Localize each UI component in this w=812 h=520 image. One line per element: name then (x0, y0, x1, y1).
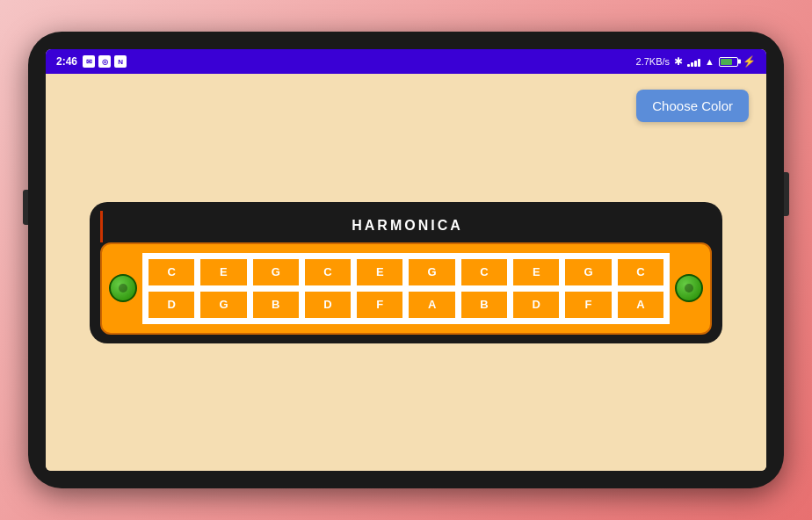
key-d2[interactable]: D (303, 290, 352, 320)
harmonica-keys-grid: C E G C E G C E G C D G B D (142, 253, 670, 324)
key-g1[interactable]: G (251, 257, 301, 287)
status-right: 2.7KB/s ✱ ▲ ⚡ (636, 55, 756, 68)
main-content: Choose Color HARMONICA C E G C E G (46, 74, 766, 471)
lightning-icon: ⚡ (743, 55, 756, 68)
left-knob (109, 274, 137, 302)
network-speed: 2.7KB/s (636, 56, 671, 67)
right-knob (675, 274, 703, 302)
power-button[interactable] (23, 190, 28, 225)
signal-bar-3 (694, 61, 697, 67)
key-c3[interactable]: C (460, 257, 509, 287)
status-time: 2:46 (56, 55, 77, 68)
mail-icon: ✉ (83, 55, 95, 68)
key-c2[interactable]: C (303, 257, 352, 287)
battery-indicator (719, 57, 738, 67)
instagram-icon: ◎ (98, 55, 111, 68)
key-c4[interactable]: C (616, 257, 665, 287)
wifi-icon: ▲ (705, 56, 714, 67)
status-bar: 2:46 ✉ ◎ N 2.7KB/s ✱ ▲ (46, 49, 766, 74)
key-e3[interactable]: E (511, 257, 561, 287)
key-a2[interactable]: A (616, 290, 665, 320)
status-icons: ✉ ◎ N (83, 55, 127, 68)
phone-screen: 2:46 ✉ ◎ N 2.7KB/s ✱ ▲ (46, 49, 766, 471)
signal-bar-4 (698, 59, 700, 67)
harmonica-body: C E G C E G C E G C D G B D (100, 242, 712, 335)
key-c1[interactable]: C (147, 257, 196, 287)
key-e2[interactable]: E (355, 257, 404, 287)
status-left: 2:46 ✉ ◎ N (56, 55, 127, 68)
signal-bar-2 (691, 62, 693, 67)
volume-button[interactable] (784, 172, 789, 216)
signal-bars (687, 57, 700, 67)
key-b2[interactable]: B (460, 290, 509, 320)
notification-icon: N (114, 55, 127, 68)
knob-inner-left (119, 284, 127, 292)
bluetooth-icon: ✱ (674, 55, 683, 68)
phone-device: 2:46 ✉ ◎ N 2.7KB/s ✱ ▲ (28, 32, 784, 488)
knob-inner-right (685, 284, 693, 292)
key-e1[interactable]: E (199, 257, 248, 287)
key-f1[interactable]: F (355, 290, 404, 320)
key-a1[interactable]: A (407, 290, 456, 320)
choose-color-button[interactable]: Choose Color (636, 90, 749, 122)
harmonica-container: HARMONICA C E G C E G C E (90, 202, 722, 343)
harmonica-title: HARMONICA (100, 211, 712, 242)
key-f2[interactable]: F (563, 290, 613, 320)
key-b1[interactable]: B (251, 290, 301, 320)
signal-bar-1 (687, 64, 690, 67)
key-d3[interactable]: D (511, 290, 561, 320)
key-g4[interactable]: G (199, 290, 248, 320)
key-g3[interactable]: G (563, 257, 613, 287)
key-g2[interactable]: G (407, 257, 456, 287)
battery-fill (721, 59, 732, 65)
key-d1[interactable]: D (147, 290, 196, 320)
